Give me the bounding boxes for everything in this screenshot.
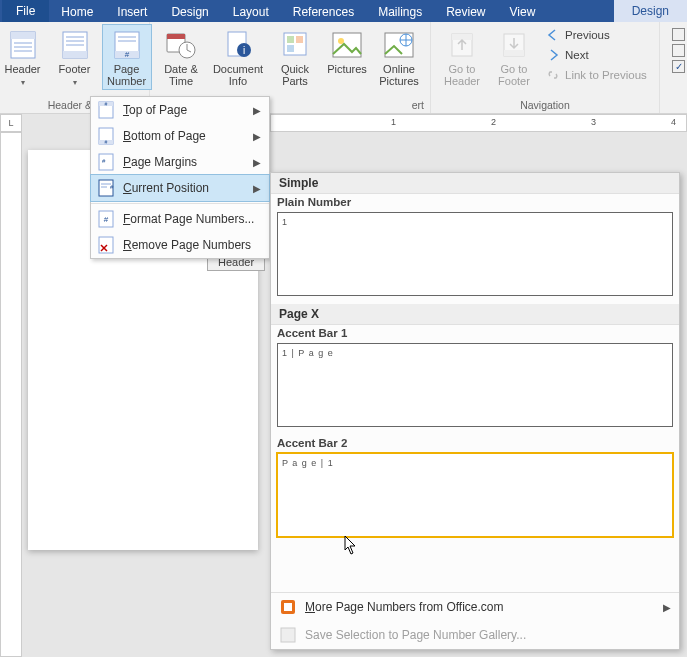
pictures-icon: [331, 29, 363, 61]
menu-label: Remove Page Numbers: [123, 238, 251, 252]
page-number-label: Page Number: [107, 63, 146, 87]
more-page-numbers[interactable]: More Page Numbers from Office.com ▶: [271, 593, 679, 621]
different-odd-checkbox[interactable]: Different O: [672, 44, 687, 57]
horizontal-ruler[interactable]: 1 2 3 4: [270, 114, 687, 132]
tab-review[interactable]: Review: [434, 1, 497, 22]
header-button[interactable]: Header ▾: [0, 24, 48, 90]
submenu-arrow-icon: ▶: [663, 602, 671, 613]
previous-icon: [545, 27, 561, 43]
ruler-tick: 4: [671, 117, 676, 127]
ribbon-tabs: File Home Insert Design Layout Reference…: [0, 0, 687, 22]
submenu-arrow-icon: ▶: [253, 183, 261, 194]
menu-label: Format Page Numbers...: [123, 212, 254, 226]
preview-text: 1: [282, 217, 287, 227]
svg-rect-27: [333, 33, 361, 57]
office-icon: [279, 598, 297, 616]
svg-rect-24: [287, 36, 294, 43]
tab-mailings[interactable]: Mailings: [366, 1, 434, 22]
svg-rect-1: [11, 32, 35, 39]
format-icon: #: [97, 210, 115, 228]
header-label: Header: [4, 63, 40, 75]
next-icon: [545, 47, 561, 63]
preview-text: P a g e | 1: [282, 458, 334, 468]
submenu-arrow-icon: ▶: [253, 105, 261, 116]
submenu-arrow-icon: ▶: [253, 157, 261, 168]
remove-icon: [97, 236, 115, 254]
date-time-button[interactable]: Date & Time: [156, 24, 206, 88]
quick-parts-button[interactable]: Quick Parts: [270, 24, 320, 88]
save-selection: Save Selection to Page Number Gallery...: [271, 621, 679, 649]
group-label-nav: Navigation: [431, 99, 659, 111]
gallery-scroll[interactable]: Simple Plain Number 1 Page X Accent Bar …: [271, 173, 679, 592]
doc-info-label: Document Info: [213, 63, 263, 87]
current-position-icon: #: [97, 179, 115, 197]
svg-rect-6: [63, 51, 87, 58]
show-doc-checkbox[interactable]: ✓Show Docu: [672, 60, 687, 73]
footer-button[interactable]: Footer ▾: [50, 24, 100, 90]
menu-separator: [91, 203, 269, 204]
tab-view[interactable]: View: [498, 1, 548, 22]
tab-references[interactable]: References: [281, 1, 366, 22]
vertical-ruler[interactable]: [0, 132, 22, 657]
different-first-checkbox[interactable]: Different F: [672, 28, 687, 41]
item-accent-bar-1-label: Accent Bar 1: [271, 325, 679, 341]
link-icon: [545, 67, 561, 83]
group-navigation: Go to Header Go to Footer Previous Next: [431, 22, 660, 113]
svg-text:#: #: [124, 50, 129, 59]
preview-plain-number[interactable]: 1: [277, 212, 673, 296]
page-number-menu: # Top of Page ▶ # Bottom of Page ▶ # Pag…: [90, 96, 270, 259]
pictures-button[interactable]: Pictures: [322, 24, 372, 88]
page-number-gallery: Simple Plain Number 1 Page X Accent Bar …: [270, 172, 680, 650]
ruler-tick: 3: [591, 117, 596, 127]
tab-home[interactable]: Home: [49, 1, 105, 22]
document-info-button[interactable]: i Document Info: [208, 24, 268, 88]
menu-current-position[interactable]: # Current Position ▶: [90, 174, 270, 202]
menu-bottom-of-page[interactable]: # Bottom of Page ▶: [91, 123, 269, 149]
item-plain-number-label: Plain Number: [271, 194, 679, 210]
goto-footer-button[interactable]: Go to Footer: [489, 24, 539, 88]
tab-file[interactable]: File: [2, 0, 49, 22]
gallery-footer: More Page Numbers from Office.com ▶ Save…: [271, 592, 679, 649]
preview-text: 1 | P a g e: [282, 348, 334, 358]
menu-label: Page Margins: [123, 155, 197, 169]
next-label: Next: [565, 49, 589, 61]
footer-label: Footer: [59, 63, 91, 75]
menu-label: Bottom of Page: [123, 129, 206, 143]
online-pictures-button[interactable]: Online Pictures: [374, 24, 424, 88]
submenu-arrow-icon: ▶: [253, 131, 261, 142]
menu-format-page-numbers[interactable]: # Format Page Numbers...: [91, 206, 269, 232]
ruler-corner[interactable]: L: [0, 114, 22, 132]
mouse-cursor-icon: [344, 536, 358, 556]
goto-footer-label: Go to Footer: [498, 63, 530, 87]
next-button[interactable]: Next: [541, 46, 653, 64]
tab-contextual-design[interactable]: Design: [614, 0, 687, 22]
online-pictures-icon: [383, 29, 415, 61]
tab-design[interactable]: Design: [159, 1, 220, 22]
menu-remove-page-numbers[interactable]: Remove Page Numbers: [91, 232, 269, 258]
ruler-tick: 2: [491, 117, 496, 127]
previous-button[interactable]: Previous: [541, 26, 653, 44]
pictures-label: Pictures: [327, 63, 367, 75]
save-gallery-icon: [279, 626, 297, 644]
menu-top-of-page[interactable]: # Top of Page ▶: [91, 97, 269, 123]
tab-insert[interactable]: Insert: [105, 1, 159, 22]
menu-page-margins[interactable]: # Page Margins ▶: [91, 149, 269, 175]
header-icon: [7, 29, 39, 61]
page-number-button[interactable]: # Page Number: [102, 24, 152, 90]
svg-rect-36: [504, 50, 524, 56]
svg-text:i: i: [243, 45, 245, 56]
tab-layout[interactable]: Layout: [221, 1, 281, 22]
caret-icon: ▾: [21, 77, 25, 89]
document-info-icon: i: [222, 29, 254, 61]
svg-text:#: #: [105, 101, 108, 107]
date-time-label: Date & Time: [164, 63, 198, 87]
quick-parts-icon: [279, 29, 311, 61]
goto-header-icon: [446, 29, 478, 61]
link-prev-label: Link to Previous: [565, 69, 647, 81]
goto-header-button[interactable]: Go to Header: [437, 24, 487, 88]
preview-accent-bar-2[interactable]: P a g e | 1: [277, 453, 673, 537]
bottom-page-icon: #: [97, 127, 115, 145]
preview-accent-bar-1[interactable]: 1 | P a g e: [277, 343, 673, 427]
online-pics-label: Online Pictures: [379, 63, 419, 87]
svg-text:#: #: [105, 139, 108, 145]
